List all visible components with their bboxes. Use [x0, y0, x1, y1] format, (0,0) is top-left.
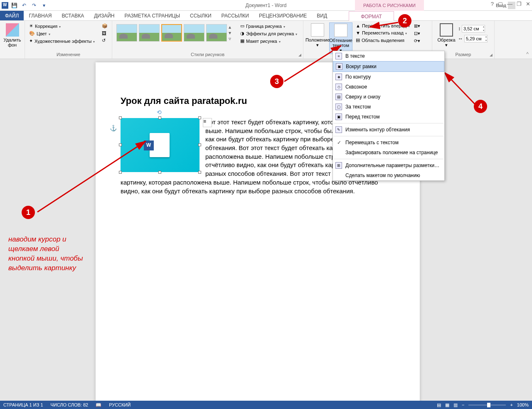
style-thumb[interactable]: [139, 24, 160, 42]
view-web-icon[interactable]: ▥: [453, 402, 458, 408]
zoom-in-icon[interactable]: +: [510, 402, 512, 407]
image-content: [121, 118, 200, 172]
status-word-count[interactable]: ЧИСЛО СЛОВ: 82: [51, 402, 89, 407]
reset-picture-icon[interactable]: ↺: [100, 37, 109, 44]
tab-view[interactable]: ВИД: [312, 11, 332, 20]
wrap-topbottom-item[interactable]: ▤Сверху и снизу: [333, 92, 444, 102]
resize-handle[interactable]: [198, 171, 201, 174]
document-canvas[interactable]: Урок для сайта paratapok.ru ⟲ ⚓ ≡ Вот эт…: [0, 59, 532, 401]
resize-handle[interactable]: [158, 116, 161, 119]
edit-wrap-points-item[interactable]: ✎Изменить контур обтекания: [333, 125, 444, 135]
height-input[interactable]: [462, 25, 485, 32]
close-icon[interactable]: ✕: [526, 1, 530, 7]
tab-references[interactable]: ССЫЛКИ: [185, 11, 216, 20]
qat-customize-icon[interactable]: ▾: [40, 2, 48, 9]
collapse-ribbon-icon[interactable]: ^: [526, 51, 529, 57]
picture-border-button[interactable]: ▭ Граница рисунка: [239, 22, 299, 30]
wrap-square-item[interactable]: ▣Вокруг рамки: [333, 61, 444, 72]
align-button[interactable]: ⊞▾: [412, 22, 422, 30]
tab-page-layout[interactable]: РАЗМЕТКА СТРАНИЦЫ: [120, 11, 185, 20]
wrap-front-icon: ▣: [335, 113, 342, 120]
picture-styles-gallery[interactable]: ▴ ▾ ▿: [115, 22, 236, 43]
style-thumb[interactable]: [206, 24, 227, 42]
tab-home[interactable]: ГЛАВНАЯ: [24, 11, 57, 20]
wrap-inline-item[interactable]: ≡В тексте: [333, 51, 444, 61]
resize-handle[interactable]: [119, 116, 122, 119]
style-thumb[interactable]: [116, 24, 137, 42]
wrap-text-button[interactable]: Обтекание текстом▾: [329, 22, 352, 54]
layout-options-icon[interactable]: ≡: [203, 118, 212, 127]
compress-pictures-icon[interactable]: 📦: [100, 22, 109, 30]
wrap-topbottom-icon: ▤: [335, 94, 342, 100]
rotate-button[interactable]: ⟳▾: [412, 37, 422, 44]
width-input[interactable]: [464, 35, 488, 42]
picture-layout-button[interactable]: ▦ Макет рисунка: [239, 37, 299, 44]
context-tab-label: РАБОТА С РИСУНКАМИ: [355, 0, 424, 11]
tab-format[interactable]: ФОРМАТ: [349, 11, 394, 21]
gallery-up-icon[interactable]: ▴: [229, 24, 234, 30]
maximize-icon[interactable]: ❐: [517, 1, 522, 7]
send-backward-button[interactable]: ▼ Переместить назад: [354, 30, 411, 36]
rotate-handle-icon[interactable]: ⟲: [157, 109, 162, 116]
window-controls: ? ▢ — ❐ ✕: [491, 1, 530, 7]
wrap-behind-item[interactable]: ▢За текстом: [333, 102, 444, 112]
more-options-icon: ⊞: [335, 162, 342, 169]
artistic-effects-button[interactable]: ✦ Художественные эффекты: [27, 37, 99, 44]
zoom-slider[interactable]: [468, 404, 506, 406]
undo-icon[interactable]: ↶: [20, 2, 28, 9]
wrap-text-menu: ≡В тексте ▣Вокруг рамки ◈По контуру ◇Скв…: [332, 51, 445, 181]
color-button[interactable]: 🎨 Цвет: [27, 30, 99, 37]
wrap-front-item[interactable]: ▣Перед текстом: [333, 112, 444, 122]
proofing-icon[interactable]: 📖: [96, 402, 101, 408]
view-read-icon[interactable]: ▤: [437, 402, 441, 408]
edit-points-icon: ✎: [335, 126, 342, 133]
corrections-button[interactable]: ☀ Коррекция: [27, 22, 99, 30]
resize-handle[interactable]: [119, 171, 122, 174]
redo-icon[interactable]: ↷: [30, 2, 38, 9]
tab-review[interactable]: РЕЦЕНЗИРОВАНИЕ: [254, 11, 312, 20]
gallery-down-icon[interactable]: ▾: [229, 30, 234, 36]
change-picture-icon[interactable]: 🖼: [100, 30, 109, 37]
tab-file[interactable]: ФАЙЛ: [0, 11, 24, 20]
resize-handle[interactable]: [198, 116, 201, 119]
wrap-through-item[interactable]: ◇Сквозное: [333, 82, 444, 92]
zoom-out-icon[interactable]: −: [462, 402, 464, 407]
title-bar: 💾 ↶ ↷ ▾ Документ1 - Word РАБОТА С РИСУНК…: [0, 0, 532, 11]
style-thumb[interactable]: [184, 24, 204, 42]
group-button[interactable]: ⊡▾: [412, 30, 422, 37]
quick-access-toolbar: 💾 ↶ ↷ ▾: [10, 2, 48, 9]
selection-pane-button[interactable]: ▤ Область выделения: [354, 37, 411, 44]
resize-handle[interactable]: [119, 143, 122, 146]
styles-dialog-launcher-icon[interactable]: ◢: [297, 53, 302, 58]
tab-design[interactable]: ДИЗАЙН: [89, 11, 119, 20]
fix-position-item[interactable]: Зафиксировать положение на странице: [333, 148, 444, 158]
style-thumb[interactable]: [161, 24, 182, 42]
resize-handle[interactable]: [158, 171, 161, 174]
tab-mailings[interactable]: РАССЫЛКИ: [217, 11, 254, 20]
picture-effects-button[interactable]: ◑ Эффекты для рисунка: [239, 30, 299, 37]
zoom-level[interactable]: 100%: [517, 402, 529, 407]
status-bar: СТРАНИЦА 1 ИЗ 1 ЧИСЛО СЛОВ: 82 📖 РУССКИЙ…: [0, 401, 532, 409]
ribbon-display-icon[interactable]: ▢: [498, 1, 503, 7]
gallery-more-icon[interactable]: ▿: [229, 36, 234, 42]
crop-icon: [440, 23, 453, 37]
status-page[interactable]: СТРАНИЦА 1 ИЗ 1: [3, 402, 43, 407]
status-language[interactable]: РУССКИЙ: [109, 402, 131, 407]
more-layout-options-item[interactable]: ⊞Дополнительные параметры разметки…: [333, 160, 444, 170]
resize-handle[interactable]: [198, 143, 201, 146]
set-default-layout-item[interactable]: Сделать макетом по умолчанию: [333, 170, 444, 180]
tab-insert[interactable]: ВСТАВКА: [57, 11, 89, 20]
wrap-tight-item[interactable]: ◈По контуру: [333, 72, 444, 82]
view-print-icon[interactable]: ▦: [445, 402, 449, 408]
height-icon: ↕: [458, 26, 461, 32]
crop-button[interactable]: Обрезка▾: [435, 22, 458, 48]
help-icon[interactable]: ?: [491, 1, 494, 7]
minimize-icon[interactable]: —: [507, 1, 512, 7]
size-dialog-launcher-icon[interactable]: ◢: [488, 53, 493, 58]
selected-image[interactable]: ⟲ ⚓ ≡: [121, 118, 200, 172]
remove-background-button[interactable]: Удалить фон: [2, 22, 22, 48]
move-with-text-item[interactable]: Перемещать с текстом: [333, 138, 444, 148]
annotation-badge-1: 1: [22, 206, 35, 219]
position-button[interactable]: Положение▾: [306, 22, 329, 48]
save-icon[interactable]: 💾: [10, 2, 18, 9]
